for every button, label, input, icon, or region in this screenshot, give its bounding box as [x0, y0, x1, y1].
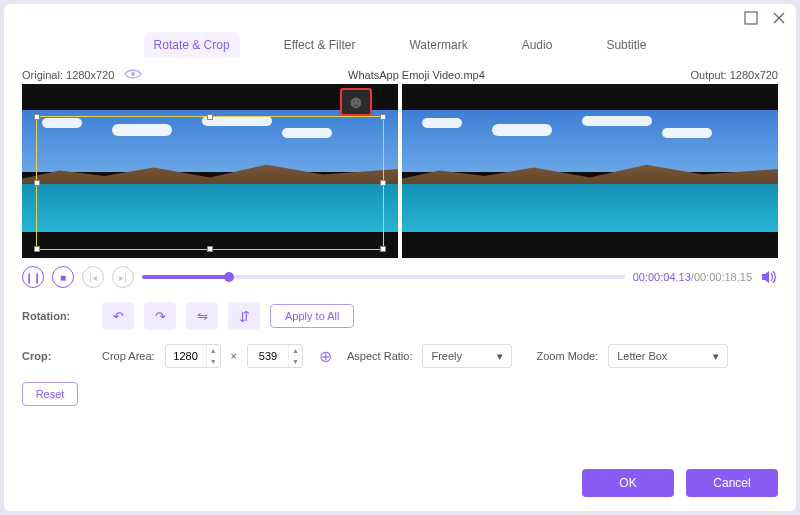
close-icon[interactable]: [772, 11, 786, 25]
chevron-down-icon[interactable]: ▼: [207, 356, 220, 367]
player-bar: ❙❙ ■ |◂ ▸| 00:00:04.13/00:00:18.15: [4, 258, 796, 292]
flip-vertical-button[interactable]: ⇵: [228, 302, 260, 330]
original-resolution: Original: 1280x720: [22, 69, 114, 81]
output-resolution: Output: 1280x720: [691, 69, 778, 81]
aspect-ratio-label: Aspect Ratio:: [347, 350, 412, 362]
timecode: 00:00:04.13/00:00:18.15: [633, 271, 752, 283]
chevron-down-icon: ▾: [713, 350, 719, 363]
crop-height-field[interactable]: ▲▼: [247, 344, 303, 368]
crop-height-input[interactable]: [248, 350, 288, 362]
rotate-right-button[interactable]: ↷: [144, 302, 176, 330]
crop-width-input[interactable]: [166, 350, 206, 362]
chevron-up-icon[interactable]: ▲: [207, 345, 220, 356]
flip-horizontal-button[interactable]: ⇋: [186, 302, 218, 330]
crop-label: Crop:: [22, 350, 92, 362]
info-bar: Original: 1280x720 WhatsApp Emoji Video.…: [4, 64, 796, 84]
svg-rect-0: [745, 12, 757, 24]
tab-effect-filter[interactable]: Effect & Filter: [274, 32, 366, 58]
tab-rotate-crop[interactable]: Rotate & Crop: [144, 32, 240, 58]
zoom-mode-label: Zoom Mode:: [536, 350, 598, 362]
tab-audio[interactable]: Audio: [512, 32, 563, 58]
ok-button[interactable]: OK: [582, 469, 674, 497]
crop-box[interactable]: [36, 116, 384, 250]
filename: WhatsApp Emoji Video.mp4: [142, 69, 690, 81]
preview-left[interactable]: ☻: [22, 84, 398, 258]
crop-width-field[interactable]: ▲▼: [165, 344, 221, 368]
minimize-icon[interactable]: [744, 11, 758, 25]
rotate-left-button[interactable]: ↶: [102, 302, 134, 330]
pause-button[interactable]: ❙❙: [22, 266, 44, 288]
preview-eye-icon[interactable]: [124, 68, 142, 82]
rotation-label: Rotation:: [22, 310, 92, 322]
crop-area-label: Crop Area:: [102, 350, 155, 362]
emoji-overlay[interactable]: ☻: [340, 88, 372, 116]
zoom-mode-select[interactable]: Letter Box▾: [608, 344, 728, 368]
titlebar: [4, 4, 796, 32]
tab-watermark[interactable]: Watermark: [399, 32, 477, 58]
reset-button[interactable]: Reset: [22, 382, 78, 406]
cancel-button[interactable]: Cancel: [686, 469, 778, 497]
aspect-ratio-select[interactable]: Freely▾: [422, 344, 512, 368]
prev-frame-button[interactable]: |◂: [82, 266, 104, 288]
chevron-up-icon[interactable]: ▲: [289, 345, 302, 356]
apply-to-all-button[interactable]: Apply to All: [270, 304, 354, 328]
stop-button[interactable]: ■: [52, 266, 74, 288]
svg-point-1: [131, 72, 135, 76]
chevron-down-icon[interactable]: ▼: [289, 356, 302, 367]
preview-right: [402, 84, 778, 258]
next-frame-button[interactable]: ▸|: [112, 266, 134, 288]
seek-track[interactable]: [142, 275, 625, 279]
tab-subtitle[interactable]: Subtitle: [596, 32, 656, 58]
tabs: Rotate & Crop Effect & Filter Watermark …: [4, 32, 796, 64]
chevron-down-icon: ▾: [497, 350, 503, 363]
crop-sep: ×: [231, 350, 237, 362]
center-crop-icon[interactable]: ⊕: [313, 344, 337, 368]
volume-icon[interactable]: [760, 268, 778, 286]
